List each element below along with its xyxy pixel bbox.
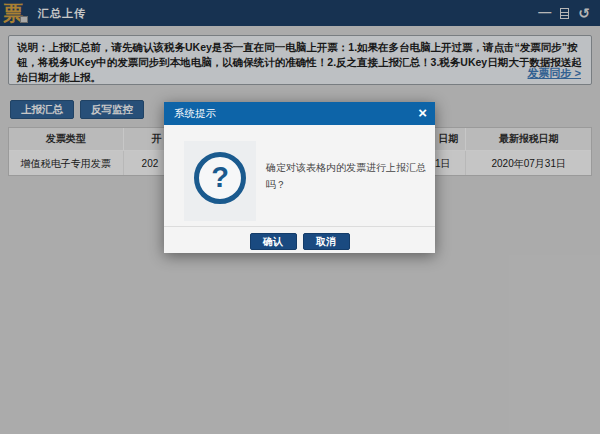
- question-glyph: ?: [211, 163, 229, 192]
- dialog-title-bar: 系统提示 ×: [164, 102, 435, 125]
- question-icon: ?: [194, 152, 246, 204]
- app-window: 票 汇总上传 — ↺ 说明：上报汇总前，请先确认该税务UKey是否一直在同一电脑…: [0, 0, 600, 434]
- dialog-body: ? 确定对该表格内的发票进行上报汇总吗？: [164, 125, 435, 226]
- close-icon[interactable]: ×: [418, 102, 427, 124]
- system-prompt-dialog: 系统提示 × ? 确定对该表格内的发票进行上报汇总吗？ 确认 取消: [164, 102, 435, 253]
- cancel-button[interactable]: 取消: [303, 233, 350, 250]
- dialog-message: 确定对该表格内的发票进行上报汇总吗？: [266, 159, 431, 193]
- question-icon-panel: ?: [184, 141, 256, 221]
- dialog-footer: 确认 取消: [164, 226, 435, 253]
- confirm-button[interactable]: 确认: [250, 233, 297, 250]
- dialog-title: 系统提示: [174, 107, 216, 119]
